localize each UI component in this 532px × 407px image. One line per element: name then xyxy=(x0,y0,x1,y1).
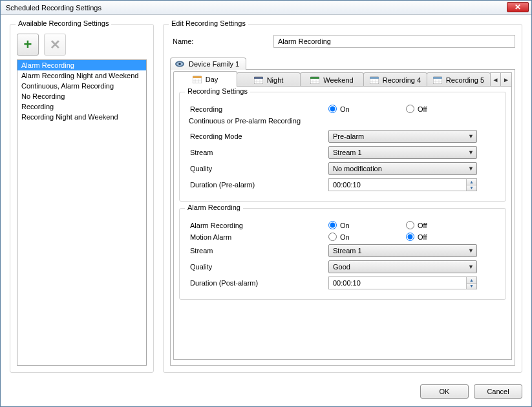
motion-off-option[interactable]: Off xyxy=(406,233,484,241)
alarm-stream-row: Stream Stream 1 ▼ xyxy=(186,244,499,257)
svg-point-2 xyxy=(178,63,181,65)
list-item[interactable]: Alarm Recording xyxy=(17,60,146,70)
list-item[interactable]: Continuous, Alarm Recording xyxy=(17,81,146,91)
alarm-stream-select[interactable]: Stream 1 ▼ xyxy=(328,244,477,257)
list-item[interactable]: Alarm Recording Night and Weekend xyxy=(17,70,146,81)
name-input[interactable] xyxy=(273,35,515,48)
device-tab[interactable]: Device Family 1 xyxy=(170,57,246,70)
calendar-icon xyxy=(433,76,442,84)
window-title: Scheduled Recording Settings xyxy=(6,4,101,12)
recording-mode-row: Recording Mode Pre-alarm ▼ xyxy=(186,130,499,143)
recording-off-radio[interactable] xyxy=(406,105,414,113)
calendar-icon xyxy=(310,76,319,84)
available-settings-group: Available Recording Settings + ✕ Alarm R… xyxy=(10,24,154,373)
recording-row: Recording On Off xyxy=(186,105,499,113)
scroll-left-button[interactable]: ◄ xyxy=(491,73,501,87)
motion-on-option[interactable]: On xyxy=(328,233,406,241)
chevron-down-icon: ▼ xyxy=(468,133,474,140)
recording-settings-group: Recording Settings Recording On xyxy=(179,92,506,202)
schedule-tab[interactable]: Day xyxy=(173,71,237,87)
alarm-on-radio[interactable] xyxy=(328,221,337,229)
list-item[interactable]: Recording Night and Weekend xyxy=(17,112,146,122)
edit-legend: Edit Recording Settings xyxy=(169,19,248,27)
alarm-quality-row: Quality Good ▼ xyxy=(186,260,499,273)
list-item[interactable]: No Recording xyxy=(17,91,146,101)
calendar-icon xyxy=(193,76,202,83)
dialog-footer: OK Cancel xyxy=(1,379,531,406)
continuous-section-label: Continuous or Pre-alarm Recording xyxy=(189,117,499,125)
left-column: Available Recording Settings + ✕ Alarm R… xyxy=(10,24,154,373)
recording-off-option[interactable]: Off xyxy=(406,105,484,113)
motion-alarm-label: Motion Alarm xyxy=(186,233,328,241)
scroll-right-button[interactable]: ► xyxy=(501,73,511,87)
schedule-tab-label: Recording 4 xyxy=(383,76,421,84)
stream-select[interactable]: Stream 1 ▼ xyxy=(328,146,477,159)
alarm-off-radio[interactable] xyxy=(406,221,414,229)
device-panel: DayNightWeekendRecording 4Recording 5◄► … xyxy=(170,69,515,366)
schedule-tab[interactable]: Night xyxy=(237,72,301,87)
titlebar: Scheduled Recording Settings ✕ xyxy=(1,1,531,15)
schedule-tab-label: Weekend xyxy=(323,76,353,84)
settings-listbox[interactable]: Alarm RecordingAlarm Recording Night and… xyxy=(17,59,147,366)
stream-label: Stream xyxy=(186,149,328,156)
spin-up-icon[interactable]: ▲ xyxy=(467,277,476,284)
schedule-tabs: DayNightWeekendRecording 4Recording 5◄► xyxy=(173,72,512,87)
quality-label: Quality xyxy=(186,165,328,172)
spin-up-icon[interactable]: ▲ xyxy=(467,179,476,185)
ok-button[interactable]: OK xyxy=(420,384,469,399)
recording-settings-legend: Recording Settings xyxy=(185,87,250,95)
quality-select[interactable]: No modification ▼ xyxy=(328,162,477,175)
schedule-tab[interactable]: Recording 4 xyxy=(363,72,427,87)
svg-rect-9 xyxy=(254,77,263,79)
spin-down-icon[interactable]: ▼ xyxy=(467,185,476,191)
schedule-tab[interactable]: Weekend xyxy=(300,72,364,87)
duration-pre-row: Duration (Pre-alarm) 00:00:10 ▲ ▼ xyxy=(186,178,499,191)
motion-off-radio[interactable] xyxy=(406,233,414,241)
cancel-button[interactable]: Cancel xyxy=(474,384,522,399)
schedule-tab-label: Recording 5 xyxy=(446,76,484,84)
spin-down-icon[interactable]: ▼ xyxy=(467,284,476,289)
edit-settings-group: Edit Recording Settings Name: Device Fam… xyxy=(163,24,522,373)
motion-on-radio[interactable] xyxy=(328,233,337,241)
chevron-down-icon: ▼ xyxy=(468,165,474,172)
chevron-down-icon: ▼ xyxy=(468,149,474,156)
schedule-panel: Recording Settings Recording On xyxy=(173,86,512,360)
alarm-quality-select[interactable]: Good ▼ xyxy=(328,260,477,273)
alarm-off-option[interactable]: Off xyxy=(406,221,484,229)
alarm-stream-label: Stream xyxy=(186,247,328,255)
dialog-window: Scheduled Recording Settings ✕ Available… xyxy=(0,0,532,407)
duration-pre-spinner[interactable]: 00:00:10 ▲ ▼ xyxy=(328,178,477,191)
recording-mode-select[interactable]: Pre-alarm ▼ xyxy=(328,130,477,143)
svg-rect-24 xyxy=(433,77,442,79)
close-icon: ✕ xyxy=(515,3,521,11)
delete-icon: ✕ xyxy=(50,38,61,51)
add-button[interactable]: + xyxy=(17,34,39,56)
chevron-down-icon: ▼ xyxy=(468,264,474,270)
content-area: Available Recording Settings + ✕ Alarm R… xyxy=(1,15,531,379)
close-button[interactable]: ✕ xyxy=(507,2,529,12)
available-legend: Available Recording Settings xyxy=(16,19,111,27)
device-tab-label: Device Family 1 xyxy=(189,60,239,68)
alarm-quality-label: Quality xyxy=(186,263,328,271)
recording-label: Recording xyxy=(186,105,328,113)
motion-alarm-row: Motion Alarm On Off xyxy=(186,233,499,241)
recording-on-option[interactable]: On xyxy=(328,105,406,113)
duration-post-spinner[interactable]: 00:00:10 ▲ ▼ xyxy=(328,277,477,289)
alarm-recording-group: Alarm Recording Alarm Recording On xyxy=(179,208,506,300)
list-item[interactable]: Recording xyxy=(17,101,146,112)
stream-row: Stream Stream 1 ▼ xyxy=(186,146,499,159)
delete-button[interactable]: ✕ xyxy=(44,34,66,56)
svg-rect-4 xyxy=(193,76,202,78)
alarm-recording-label: Alarm Recording xyxy=(186,222,328,229)
calendar-icon xyxy=(254,76,263,84)
schedule-tab-label: Night xyxy=(267,76,284,84)
duration-pre-label: Duration (Pre-alarm) xyxy=(186,181,328,189)
alarm-recording-legend: Alarm Recording xyxy=(185,204,243,211)
available-toolbar: + ✕ xyxy=(17,34,147,56)
recording-on-radio[interactable] xyxy=(328,105,337,113)
schedule-tab[interactable]: Recording 5 xyxy=(427,72,491,87)
chevron-down-icon: ▼ xyxy=(468,247,474,254)
alarm-on-option[interactable]: On xyxy=(328,221,406,229)
svg-rect-19 xyxy=(370,77,379,79)
duration-post-label: Duration (Post-alarm) xyxy=(186,279,328,287)
